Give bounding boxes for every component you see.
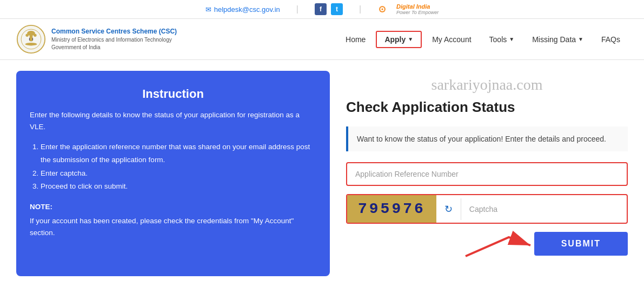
svg-point-9 xyxy=(25,34,29,37)
nav-faqs[interactable]: FAQs xyxy=(594,32,628,47)
digital-india-label: Digital India xyxy=(396,3,439,10)
digital-india-svg xyxy=(377,4,394,15)
instruction-step-2: Enter captcha. xyxy=(41,167,316,180)
twitter-icon[interactable]: t xyxy=(331,3,343,15)
nav-my-account[interactable]: My Account xyxy=(424,32,479,47)
nav: Home Apply ▼ My Account Tools ▼ Missing … xyxy=(338,31,628,48)
nav-home[interactable]: Home xyxy=(338,32,373,47)
captcha-group: 795976 ↻ xyxy=(346,194,628,224)
instruction-title: Instruction xyxy=(30,87,316,101)
svg-point-2 xyxy=(382,9,383,10)
tools-caret: ▼ xyxy=(509,36,514,42)
nav-missing-data[interactable]: Missing Data ▼ xyxy=(525,32,591,47)
apply-caret: ▼ xyxy=(408,36,413,42)
note-body: If your account has been created, please… xyxy=(30,217,294,237)
watermark-text: sarkariyojnaa.com xyxy=(346,76,628,94)
submit-container: SUBMIT xyxy=(346,232,628,256)
government-emblem xyxy=(16,24,46,54)
info-box: Want to know the status of your applicat… xyxy=(346,126,628,151)
right-panel: sarkariyojnaa.com Check Application Stat… xyxy=(346,71,628,261)
main-content: Instruction Enter the following details … xyxy=(0,60,644,287)
divider1: | xyxy=(296,4,298,14)
check-application-title: Check Application Status xyxy=(346,99,628,116)
logo-title: Common Service Centres Scheme (CSC) xyxy=(51,27,177,36)
svg-point-8 xyxy=(25,43,37,46)
svg-point-10 xyxy=(34,34,36,37)
logo-section: Common Service Centres Scheme (CSC) Mini… xyxy=(16,24,177,54)
red-arrow xyxy=(455,226,541,259)
digital-india-sub: Power To Empower xyxy=(396,10,439,15)
info-text: Want to know the status of your applicat… xyxy=(357,135,606,143)
missing-data-caret: ▼ xyxy=(578,36,583,42)
instruction-steps: Enter the application reference number t… xyxy=(30,141,316,193)
email-link[interactable]: ✉ helpdesk@csc.gov.in xyxy=(205,5,280,14)
submit-button[interactable]: SUBMIT xyxy=(534,232,628,256)
logo-sub2: Government of India xyxy=(51,44,177,51)
captcha-image: 795976 xyxy=(347,195,436,223)
social-icons: f t xyxy=(315,3,343,15)
header: Common Service Centres Scheme (CSC) Mini… xyxy=(0,19,644,60)
digital-india-logo: Digital India Power To Empower xyxy=(377,3,439,15)
instruction-step-3: Proceed to click on submit. xyxy=(41,180,316,193)
captcha-refresh-icon[interactable]: ↻ xyxy=(442,203,455,215)
logo-sub1: Ministry of Electronics and Information … xyxy=(51,36,177,44)
svg-rect-7 xyxy=(30,35,33,41)
app-ref-input[interactable] xyxy=(346,162,628,186)
app-ref-group xyxy=(346,162,628,186)
instruction-step-1: Enter the application reference number t… xyxy=(41,141,316,167)
captcha-row: 795976 ↻ xyxy=(346,194,628,224)
instruction-box: Instruction Enter the following details … xyxy=(16,71,330,276)
facebook-icon[interactable]: f xyxy=(315,3,327,15)
email-text: helpdesk@csc.gov.in xyxy=(214,5,280,14)
divider2: | xyxy=(359,4,361,14)
instruction-intro: Enter the following details to know the … xyxy=(30,109,316,132)
captcha-input[interactable] xyxy=(461,198,627,220)
instruction-note: NOTE: If your account has been created, … xyxy=(30,201,316,238)
email-icon: ✉ xyxy=(205,5,211,14)
nav-apply[interactable]: Apply ▼ xyxy=(376,31,422,48)
top-bar: ✉ helpdesk@csc.gov.in | f t | Digital In… xyxy=(0,0,644,19)
note-title: NOTE: xyxy=(30,201,316,213)
nav-tools[interactable]: Tools ▼ xyxy=(482,32,522,47)
